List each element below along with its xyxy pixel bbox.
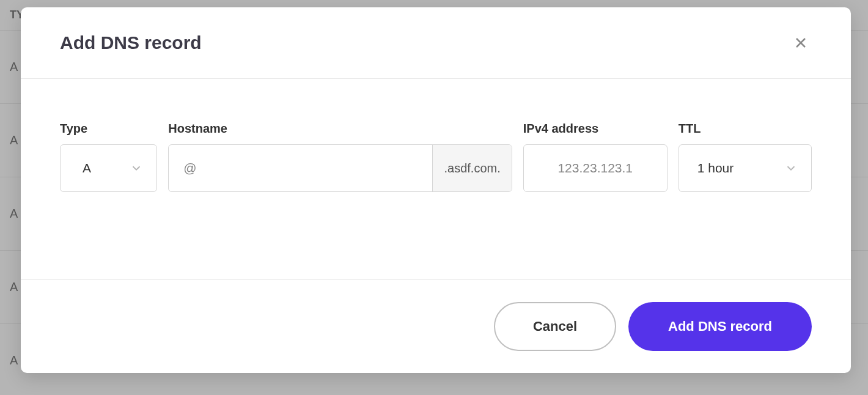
modal-footer: Cancel Add DNS record xyxy=(21,279,851,373)
type-select[interactable]: A xyxy=(60,144,157,192)
add-dns-record-modal: Add DNS record Type A Hostname xyxy=(21,7,851,373)
ipv4-input[interactable] xyxy=(524,145,667,191)
close-button[interactable] xyxy=(790,32,812,54)
chevron-down-icon xyxy=(130,161,143,175)
cancel-button[interactable]: Cancel xyxy=(494,302,616,351)
modal-title: Add DNS record xyxy=(60,32,202,53)
close-icon xyxy=(793,35,808,50)
field-ipv4: IPv4 address xyxy=(523,122,668,192)
hostname-input-group: .asdf.com. xyxy=(168,144,512,192)
modal-header: Add DNS record xyxy=(21,7,851,79)
type-select-value: A xyxy=(83,161,91,175)
field-ttl: TTL 1 hour xyxy=(679,122,812,192)
field-type: Type A xyxy=(60,122,157,192)
ttl-select-value: 1 hour xyxy=(697,161,734,175)
ttl-select[interactable]: 1 hour xyxy=(679,144,812,192)
modal-body: Type A Hostname .asdf.com. IPv4 address xyxy=(21,79,851,279)
field-hostname: Hostname .asdf.com. xyxy=(168,122,512,192)
label-hostname: Hostname xyxy=(168,122,512,136)
ipv4-input-wrap xyxy=(523,144,668,192)
submit-button[interactable]: Add DNS record xyxy=(628,302,812,351)
label-ttl: TTL xyxy=(679,122,812,136)
form-row: Type A Hostname .asdf.com. IPv4 address xyxy=(60,122,812,192)
label-type: Type xyxy=(60,122,157,136)
hostname-suffix: .asdf.com. xyxy=(432,145,511,191)
hostname-input[interactable] xyxy=(169,145,432,191)
chevron-down-icon xyxy=(784,161,798,175)
label-ipv4: IPv4 address xyxy=(523,122,668,136)
